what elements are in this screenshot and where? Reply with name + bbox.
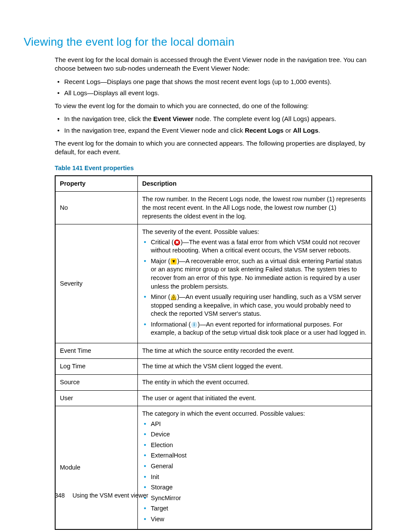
intro-paragraph: The event log for the local domain is ac…	[55, 56, 372, 73]
table-row: User The user or agent that initiated th…	[55, 390, 372, 406]
major-icon: ▼	[171, 258, 177, 264]
section-heading: Viewing the event log for the local doma…	[24, 34, 385, 50]
list-item: In the navigation tree, click the Event …	[55, 115, 372, 123]
list-item: Minor (!)—An event usually requiring use…	[142, 293, 367, 318]
text: )—A recoverable error, such as a virtual…	[151, 258, 362, 290]
table-row: Severity The severity of the event. Poss…	[55, 224, 372, 343]
table-header-row: Property Description	[55, 176, 372, 192]
description-cell: The row number. In the Recent Logs node,…	[138, 192, 372, 224]
description-cell: The severity of the event. Possible valu…	[138, 224, 372, 343]
property-cell: Source	[55, 375, 138, 391]
description-cell: The category in which the event occurred…	[138, 406, 372, 530]
info-icon: i	[191, 322, 197, 328]
severity-list: Critical (✖)—The event was a fatal error…	[142, 238, 367, 337]
severity-lead: The severity of the event. Possible valu…	[142, 228, 367, 236]
list-item: Init	[142, 473, 367, 482]
list-item: General	[142, 462, 367, 471]
bold-text: All Logs	[293, 127, 318, 134]
table-row: Log Time The time at which the VSM clien…	[55, 359, 372, 375]
list-item: Informational (i)—An event reported for …	[142, 320, 367, 337]
text: )—The event was a fatal error from which…	[151, 239, 360, 254]
event-properties-table: Property Description No The row number. …	[55, 175, 372, 530]
text: node. The complete event log (All Logs) …	[193, 115, 336, 122]
description-cell: The user or agent that initiated the eve…	[138, 390, 372, 406]
list-item: ExternalHost	[142, 451, 367, 460]
module-lead: The category in which the event occurred…	[142, 410, 367, 418]
page: Viewing the event log for the local doma…	[0, 0, 411, 532]
property-cell: Module	[55, 406, 138, 530]
body-content: The event log for the local domain is ac…	[55, 56, 372, 530]
table-row: Module The category in which the event o…	[55, 406, 372, 530]
col-header-description: Description	[138, 176, 372, 192]
list-item: Recent Logs—Displays one page that shows…	[55, 78, 372, 86]
page-number: 348	[55, 492, 65, 500]
svg-text:!: !	[173, 296, 174, 300]
property-cell: User	[55, 390, 138, 406]
text: Informational (	[151, 321, 191, 328]
list-item: Storage	[142, 483, 367, 492]
list-item: Target	[142, 504, 367, 513]
list-item: API	[142, 420, 367, 429]
col-header-property: Property	[55, 176, 138, 192]
page-footer: 348 Using the VSM event viewer	[55, 492, 148, 500]
text: Minor (	[151, 293, 170, 300]
text: In the navigation tree, click the	[64, 115, 153, 122]
list-item: Major (▼)—A recoverable error, such as a…	[142, 257, 367, 291]
text: )—An event usually requiring user handli…	[151, 293, 361, 317]
list-item: SyncMirror	[142, 494, 367, 503]
text: .	[318, 127, 320, 134]
description-cell: The entity in which the event occurred.	[138, 375, 372, 391]
appears-paragraph: The event log for the domain to which yo…	[55, 139, 372, 157]
text: Major (	[151, 258, 170, 264]
module-list: API Device Election ExternalHost General…	[142, 420, 367, 524]
list-item: Election	[142, 441, 367, 450]
description-cell: The time at which the source entity reco…	[138, 343, 372, 359]
bold-text: Recent Logs	[245, 127, 283, 134]
property-cell: No	[55, 192, 138, 224]
subnode-list: Recent Logs—Displays one page that shows…	[55, 78, 372, 98]
table-caption: Table 141 Event properties	[55, 164, 372, 173]
list-item: Device	[142, 430, 367, 439]
property-cell: Event Time	[55, 343, 138, 359]
text: or	[283, 127, 293, 134]
minor-icon: !	[171, 294, 177, 300]
instruction-lead: To view the event log for the domain to …	[55, 102, 372, 110]
footer-title: Using the VSM event viewer	[72, 492, 148, 499]
table-row: Source The entity in which the event occ…	[55, 375, 372, 391]
list-item: Critical (✖)—The event was a fatal error…	[142, 238, 367, 255]
table-row: Event Time The time at which the source …	[55, 343, 372, 359]
instruction-list: In the navigation tree, click the Event …	[55, 115, 372, 135]
list-item: All Logs—Displays all event logs.	[55, 89, 372, 97]
critical-icon: ✖	[174, 240, 180, 246]
property-cell: Log Time	[55, 359, 138, 375]
text: In the navigation tree, expand the Event…	[64, 127, 245, 134]
table-row: No The row number. In the Recent Logs no…	[55, 192, 372, 224]
text: Critical (	[151, 239, 174, 246]
description-cell: The time at which the VSM client logged …	[138, 359, 372, 375]
bold-text: Event Viewer	[153, 115, 193, 122]
property-cell: Severity	[55, 224, 138, 343]
list-item: View	[142, 515, 367, 524]
list-item: In the navigation tree, expand the Event…	[55, 126, 372, 135]
